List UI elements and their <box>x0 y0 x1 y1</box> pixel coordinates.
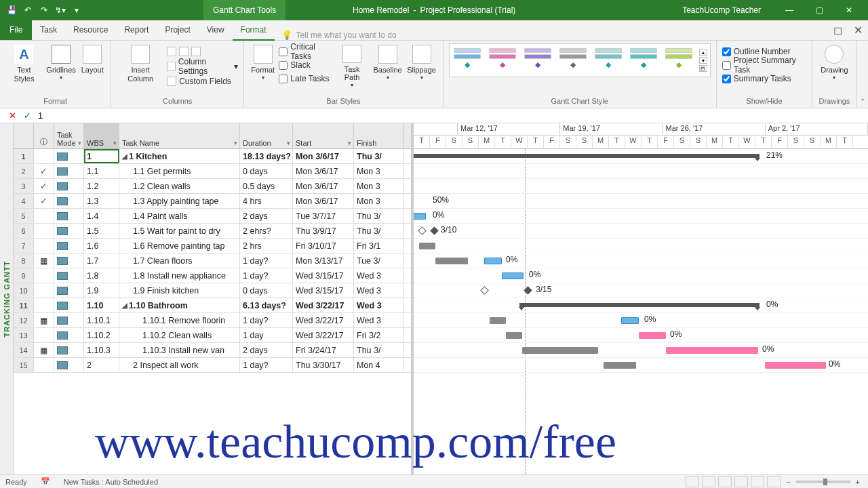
auto-mode-icon <box>57 287 68 295</box>
table-row[interactable]: 71.61.6 Remove painting tap2 hrsFri 3/10… <box>14 239 411 253</box>
save-icon[interactable]: 💾 <box>4 3 19 18</box>
table-row[interactable]: 1522 Inspect all work1 day?Thu 3/30/17Mo… <box>14 358 411 373</box>
tab-format[interactable]: Format <box>233 20 275 41</box>
table-row[interactable]: 61.51.5 Wait for paint to dry2 ehrs?Thu … <box>14 224 411 239</box>
critical-tasks-checkbox[interactable]: Critical Tasks <box>279 45 332 58</box>
qat-link-icon[interactable]: ↯▾ <box>53 3 68 18</box>
lightbulb-icon: 💡 <box>281 30 292 40</box>
undo-icon[interactable]: ↶ <box>20 3 35 18</box>
baseline-button[interactable]: Baseline▾ <box>372 43 403 89</box>
cancel-entry-icon[interactable]: ✕ <box>7 110 18 121</box>
table-row[interactable]: 4✓1.31.3 Apply painting tape4 hrsMon 3/6… <box>14 194 411 209</box>
check-icon: ✓ <box>40 181 47 191</box>
select-all[interactable] <box>14 123 34 148</box>
ribbon-display-icon[interactable]: ◻ <box>827 20 848 40</box>
table-row[interactable]: 12▦1.10.11.10.1 Remove floorin1 day?Wed … <box>14 313 411 328</box>
accept-entry-icon[interactable]: ✓ <box>22 110 33 121</box>
insert-column-button[interactable]: Insert Column <box>117 43 164 89</box>
duration-header[interactable]: Duration▾ <box>240 123 293 148</box>
gridlines-button[interactable]: Gridlines▾ <box>45 43 77 89</box>
table-row[interactable]: 101.91.9 Finish kitchen0 daysWed 3/15/17… <box>14 283 411 298</box>
view-usage-icon[interactable] <box>702 476 715 487</box>
zoom-in-icon[interactable]: + <box>853 478 863 486</box>
view-report-icon[interactable] <box>767 476 781 487</box>
layout-button[interactable]: Layout <box>79 43 105 89</box>
doc-name: Home Remodel <box>353 5 409 15</box>
table-row[interactable]: 11◢1 Kitchen18.13 days?Mon 3/6/17Thu 3/ <box>14 149 411 164</box>
auto-mode-icon <box>57 346 68 354</box>
drawing-button[interactable]: Drawing▾ <box>818 43 850 89</box>
contextual-tab-title: Gantt Chart Tools <box>203 0 285 20</box>
view-calendar-icon[interactable] <box>734 476 748 487</box>
summary-tasks-checkbox[interactable]: Summary Tasks <box>722 72 807 85</box>
project-summary-checkbox[interactable]: Project Summary Task <box>722 58 807 72</box>
gantt-style-gallery[interactable]: ◆ ◆ ◆ ◆ ◆ ◆ ◆ ▴ ▾ ⊟ <box>449 43 711 77</box>
format-bar-button[interactable]: Format▾ <box>250 43 276 89</box>
view-network-icon[interactable] <box>718 476 732 487</box>
auto-mode-icon <box>57 167 68 176</box>
minimize-icon[interactable]: — <box>774 0 804 20</box>
status-bar: Ready 📅 New Tasks : Auto Scheduled − + <box>0 474 868 488</box>
tab-file[interactable]: File <box>0 20 32 40</box>
table-row[interactable]: 91.81.8 Install new appliance1 day?Wed 3… <box>14 268 411 283</box>
entry-bar: ✕ ✓ <box>0 108 868 123</box>
auto-mode-icon <box>57 302 68 310</box>
window-close-icon[interactable]: ✕ <box>848 20 868 40</box>
column-settings-button[interactable]: Column Settings ▾ <box>167 60 238 73</box>
gallery-more-icon[interactable]: ⊟ <box>699 65 707 72</box>
auto-mode-icon <box>57 227 68 235</box>
indicators-header[interactable]: ⓘ <box>34 123 54 148</box>
auto-mode-icon <box>57 152 68 161</box>
text-styles-button[interactable]: AText Styles <box>5 43 43 89</box>
slack-checkbox[interactable]: Slack <box>279 58 332 72</box>
status-schedule: New Tasks : Auto Scheduled <box>64 478 158 486</box>
collapse-ribbon-icon[interactable]: ⌃ <box>857 41 868 108</box>
qat-customize-icon[interactable]: ▾ <box>69 3 84 18</box>
gallery-down-icon[interactable]: ▾ <box>699 57 707 64</box>
check-icon: ✓ <box>40 166 47 176</box>
table-row[interactable]: 111.10◢1.10 Bathroom6.13 days?Wed 3/22/1… <box>14 298 411 313</box>
entry-input[interactable] <box>37 109 861 122</box>
tab-report[interactable]: Report <box>116 20 157 40</box>
slippage-button[interactable]: Slippage▾ <box>406 43 437 89</box>
table-row[interactable]: 2✓1.11.1 Get permits0 daysMon 3/6/17Mon … <box>14 164 411 179</box>
finish-header[interactable]: Finish <box>354 123 404 148</box>
task-path-button[interactable]: Task Path▾ <box>334 43 369 89</box>
start-header[interactable]: Start▾ <box>293 123 354 148</box>
zoom-slider[interactable] <box>796 481 850 483</box>
auto-mode-icon <box>57 242 68 250</box>
align-left-button[interactable] <box>167 45 238 58</box>
close-icon[interactable]: ✕ <box>834 0 864 20</box>
tab-view[interactable]: View <box>199 20 233 40</box>
auto-mode-icon <box>57 331 68 340</box>
zoom-out-icon[interactable]: − <box>783 478 793 486</box>
auto-mode-icon <box>57 272 68 280</box>
auto-mode-icon <box>57 182 68 190</box>
auto-mode-icon <box>57 257 68 265</box>
table-row[interactable]: 14▦1.10.31.10.3 Install new van2 daysFri… <box>14 343 411 358</box>
table-row[interactable]: 8▦1.71.7 Clean floors1 day?Mon 3/13/17Tu… <box>14 253 411 268</box>
wbs-header[interactable]: WBS▾ <box>84 123 119 148</box>
check-icon: ✓ <box>40 196 47 206</box>
custom-fields-button[interactable]: Custom Fields <box>167 75 238 88</box>
table-row[interactable]: 3✓1.21.2 Clean walls0.5 daysMon 3/6/17Mo… <box>14 179 411 194</box>
auto-mode-icon <box>57 212 68 220</box>
app-name: Project Professional (Trial) <box>420 5 515 15</box>
schedule-mode-icon[interactable]: 📅 <box>41 477 50 486</box>
task-name-header[interactable]: Task Name▾ <box>119 123 240 148</box>
view-resource-icon[interactable] <box>751 476 764 487</box>
auto-mode-icon <box>57 361 68 369</box>
tell-me[interactable]: 💡 Tell me what you want to do <box>281 30 397 40</box>
task-mode-header[interactable]: Task Mode▾ <box>54 123 84 148</box>
table-row[interactable]: 131.10.21.10.2 Clean walls1 dayWed 3/22/… <box>14 328 411 343</box>
gallery-up-icon[interactable]: ▴ <box>699 49 707 56</box>
restore-icon[interactable]: ▢ <box>804 0 834 20</box>
late-tasks-checkbox[interactable]: Late Tasks <box>279 72 332 85</box>
view-label: TRACKING GANTT <box>0 123 14 474</box>
table-row[interactable]: 51.41.4 Paint walls2 daysTue 3/7/17Thu 3… <box>14 209 411 224</box>
redo-icon[interactable]: ↷ <box>37 3 52 18</box>
view-gantt-icon[interactable] <box>686 476 699 487</box>
tab-task[interactable]: Task <box>32 20 65 40</box>
tab-project[interactable]: Project <box>157 20 198 40</box>
tab-resource[interactable]: Resource <box>65 20 116 40</box>
